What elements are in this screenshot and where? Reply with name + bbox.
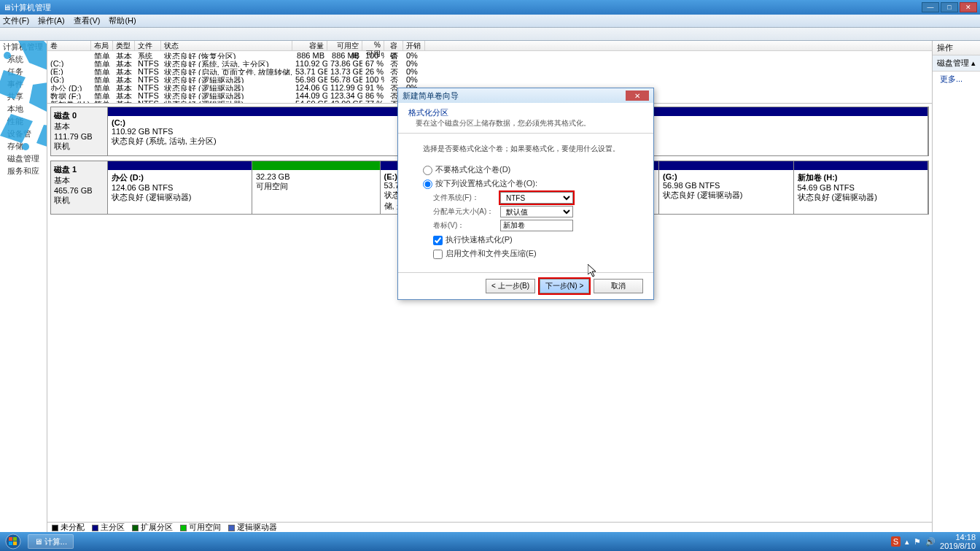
- menu-file[interactable]: 文件(F): [3, 15, 29, 26]
- col-fault[interactable]: 容错: [384, 41, 403, 50]
- col-status[interactable]: 状态: [161, 41, 292, 50]
- volume-label-label: 卷标(V)：: [433, 220, 500, 231]
- actions-header: 操作: [933, 41, 980, 55]
- actions-panel: 操作 磁盘管理 ▴ 更多...: [932, 41, 980, 532]
- tree-item[interactable]: 系统: [0, 53, 47, 66]
- svg-rect-7: [9, 542, 12, 545]
- filesystem-select[interactable]: NTFS: [500, 192, 573, 204]
- window-titlebar: 🖥 计算机管理 — □ ✕: [0, 0, 980, 15]
- start-button[interactable]: [0, 532, 26, 551]
- tree-item[interactable]: 本地: [0, 103, 47, 115]
- system-tray[interactable]: S ▴ ⚑ 🔊 14:18 2019/8/10: [887, 533, 980, 550]
- wizard-close-button[interactable]: ✕: [626, 90, 649, 101]
- tree-root[interactable]: 计算机管理: [0, 41, 47, 53]
- tree-item[interactable]: 事件: [0, 78, 47, 90]
- tree-item[interactable]: 存储: [0, 140, 47, 153]
- new-volume-wizard: 新建简单卷向导 ✕ 格式化分区 要在这个磁盘分区上储存数据，您必须先将其格式化。…: [397, 88, 654, 300]
- back-button[interactable]: < 上一步(B): [486, 279, 535, 293]
- legend-unallocated: 未分配: [61, 523, 85, 531]
- partition[interactable]: 办公 (D:)124.06 GB NTFS状态良好 (逻辑驱动器): [108, 161, 252, 214]
- window-title: 计算机管理: [11, 2, 922, 13]
- taskbar[interactable]: 🖥 计算... S ▴ ⚑ 🔊 14:18 2019/8/10: [0, 532, 980, 551]
- cancel-button[interactable]: 取消: [594, 279, 643, 293]
- legend-logical: 逻辑驱动器: [237, 523, 277, 531]
- col-percent[interactable]: % 可用: [362, 41, 384, 50]
- wizard-subheading: 要在这个磁盘分区上储存数据，您必须先将其格式化。: [408, 118, 643, 128]
- tray-ime-icon[interactable]: S: [891, 536, 901, 547]
- col-type[interactable]: 类型: [113, 41, 135, 50]
- tree-item[interactable]: 任务: [0, 66, 47, 78]
- menu-view[interactable]: 查看(V): [74, 15, 101, 26]
- tree-item[interactable]: 性能: [0, 115, 47, 128]
- tray-flag-icon[interactable]: ⚑: [914, 537, 921, 547]
- partition[interactable]: (G:)56.98 GB NTFS状态良好 (逻辑驱动器): [659, 161, 794, 214]
- next-button[interactable]: 下一步(N) >: [540, 279, 589, 293]
- col-overhead[interactable]: 开销: [403, 41, 425, 50]
- legend: 未分配 主分区 扩展分区 可用空间 逻辑驱动器: [47, 522, 932, 532]
- au-label: 分配单元大小(A)：: [433, 207, 500, 217]
- wizard-intro: 选择是否要格式化这个卷；如果要格式化，要使用什么设置。: [423, 144, 629, 154]
- tray-chevron-icon[interactable]: ▴: [905, 537, 909, 547]
- volume-row[interactable]: (G:)简单基本NTFS状态良好 (逻辑驱动器)56.98 GB56.78 GB…: [47, 75, 932, 83]
- actions-more[interactable]: 更多...: [933, 72, 980, 87]
- radio-format[interactable]: 按下列设置格式化这个卷(O):: [423, 178, 629, 189]
- volume-row[interactable]: (E:)简单基本NTFS状态良好 (启动, 页面文件, 故障转储, 逻辑驱动器)…: [47, 67, 932, 75]
- volume-row[interactable]: 简单基本状态良好 (恢复分区)886 MB886 MB100 %否0%: [47, 51, 932, 59]
- tray-volume-icon[interactable]: 🔊: [925, 537, 936, 547]
- menu-help[interactable]: 帮助(H): [109, 15, 136, 26]
- tree-item[interactable]: 服务和应: [0, 165, 47, 177]
- toolbar: [0, 28, 980, 41]
- allocation-unit-select[interactable]: 默认值: [500, 206, 573, 217]
- close-button[interactable]: ✕: [960, 2, 977, 12]
- radio-no-format[interactable]: 不要格式化这个卷(D): [423, 164, 629, 175]
- col-volume[interactable]: 卷: [47, 41, 91, 50]
- svg-rect-8: [13, 542, 17, 545]
- tree-item[interactable]: 磁盘管理: [0, 153, 47, 165]
- col-capacity[interactable]: 容量: [292, 41, 327, 50]
- wizard-title: 新建简单卷向导: [402, 90, 626, 101]
- svg-rect-5: [9, 537, 12, 541]
- menu-action[interactable]: 操作(A): [38, 15, 65, 26]
- disk-label[interactable]: 磁盘 0基本111.79 GB联机: [51, 107, 108, 155]
- legend-free: 可用空间: [189, 523, 221, 531]
- disk-label[interactable]: 磁盘 1基本465.76 GB联机: [51, 161, 108, 214]
- volume-row[interactable]: (C:)简单基本NTFS状态良好 (系统, 活动, 主分区)110.92 GB7…: [47, 59, 932, 67]
- partition[interactable]: 32.23 GB可用空间: [252, 161, 381, 214]
- col-free[interactable]: 可用空间: [327, 41, 362, 50]
- app-icon: 🖥: [3, 3, 11, 12]
- volume-list-header: 卷 布局 类型 文件系统 状态 容量 可用空间 % 可用 容错 开销: [47, 41, 932, 51]
- volume-label-input[interactable]: [500, 220, 573, 231]
- tray-clock[interactable]: 14:18 2019/8/10: [940, 533, 976, 550]
- minimize-button[interactable]: —: [922, 2, 939, 12]
- tree-item[interactable]: 设备管: [0, 128, 47, 140]
- chevron-up-icon: ▴: [971, 58, 976, 68]
- checkbox-quick-format[interactable]: 执行快速格式化(P): [433, 234, 629, 245]
- maximize-button[interactable]: □: [941, 2, 958, 12]
- wizard-heading: 格式化分区: [408, 107, 643, 118]
- col-filesystem[interactable]: 文件系统: [135, 41, 161, 50]
- menu-bar: 文件(F) 操作(A) 查看(V) 帮助(H): [0, 15, 980, 28]
- partition[interactable]: 新加卷 (H:)54.69 GB NTFS状态良好 (逻辑驱动器): [794, 161, 929, 214]
- legend-extended: 扩展分区: [141, 523, 173, 531]
- monitor-icon: 🖥: [34, 537, 42, 546]
- taskbar-item-app[interactable]: 🖥 计算...: [28, 534, 74, 549]
- fs-label: 文件系统(F)：: [433, 193, 500, 203]
- col-layout[interactable]: 布局: [91, 41, 113, 50]
- nav-tree[interactable]: 计算机管理 系统任务事件共享本地性能设备管存储磁盘管理服务和应: [0, 41, 47, 532]
- svg-rect-6: [13, 537, 17, 541]
- checkbox-compression[interactable]: 启用文件和文件夹压缩(E): [433, 248, 629, 259]
- tree-item[interactable]: 共享: [0, 90, 47, 103]
- legend-primary: 主分区: [101, 523, 125, 531]
- wizard-titlebar[interactable]: 新建简单卷向导 ✕: [398, 88, 653, 103]
- actions-section[interactable]: 磁盘管理 ▴: [933, 55, 980, 72]
